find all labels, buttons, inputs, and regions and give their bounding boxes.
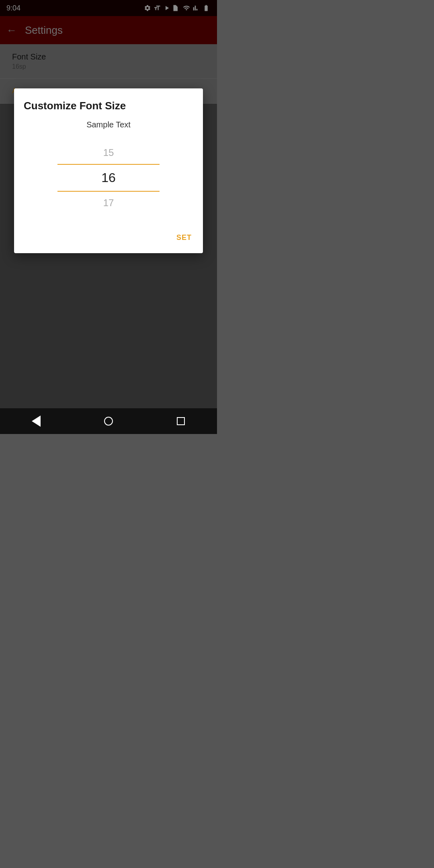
set-button[interactable]: SET xyxy=(175,230,193,245)
font-size-picker[interactable]: 15 16 17 xyxy=(24,141,193,214)
nav-recents-button[interactable] xyxy=(171,411,191,431)
nav-home-button[interactable] xyxy=(98,411,119,431)
dialog-actions: SET xyxy=(24,226,193,245)
dialog-title: Customize Font Size xyxy=(24,100,193,112)
sample-text: Sample Text xyxy=(24,120,193,129)
recents-icon xyxy=(177,417,185,425)
home-icon xyxy=(104,417,113,426)
bottom-nav xyxy=(0,408,217,434)
back-icon xyxy=(32,416,41,427)
font-option-15[interactable]: 15 xyxy=(24,141,193,164)
font-option-16[interactable]: 16 xyxy=(24,165,193,191)
nav-back-button[interactable] xyxy=(26,411,46,431)
font-size-dialog: Customize Font Size Sample Text 15 16 17… xyxy=(14,88,203,253)
font-option-17[interactable]: 17 xyxy=(24,192,193,214)
